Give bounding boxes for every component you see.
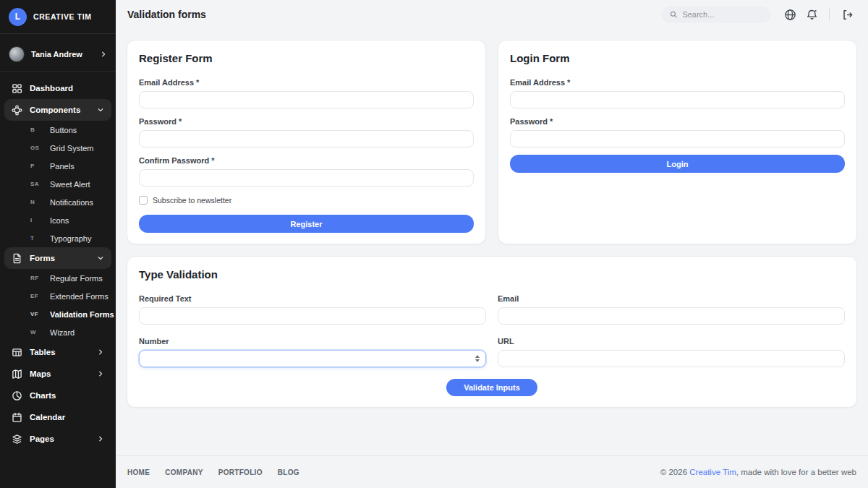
notifications-button[interactable] (802, 5, 821, 24)
sidebar-subitem-label: Validation Forms (50, 310, 114, 319)
sidebar-subitem-label: Panels (50, 162, 75, 171)
number-input[interactable] (139, 350, 486, 367)
dashboard-icon (12, 83, 22, 94)
sidebar-subitem-label: Regular Forms (50, 274, 103, 283)
page-title: Validation forms (127, 9, 206, 20)
email-field-group: Email (498, 294, 845, 325)
sidebar-subitem-buttons[interactable]: B Buttons (0, 121, 116, 139)
number-stepper[interactable] (475, 355, 480, 362)
register-email-input[interactable] (139, 91, 474, 108)
type-validation-grid: Required Text Email Number (139, 294, 845, 367)
maps-icon (12, 369, 22, 380)
register-password-input[interactable] (139, 130, 474, 147)
sidebar-item-forms[interactable]: Forms (4, 247, 111, 269)
chevron-right-icon (97, 348, 104, 356)
confirm-password-field-group: Confirm Password * (139, 156, 474, 187)
validate-inputs-button[interactable]: Validate Inputs (446, 379, 537, 396)
login-form-card: Login Form Email Address * Password * Lo… (498, 40, 857, 244)
sidebar-subitem-label: Typography (50, 234, 91, 243)
newsletter-row: Subscribe to newsletter (139, 196, 474, 205)
login-email-input[interactable] (510, 91, 845, 108)
globe-icon (784, 9, 796, 21)
login-button[interactable]: Login (510, 155, 845, 173)
url-label: URL (498, 337, 845, 346)
sidebar-item-calendar[interactable]: Calendar (4, 406, 111, 428)
sidebar-item-label: Components (30, 106, 80, 114)
main-area: Validation forms (116, 0, 868, 488)
sidebar-item-components[interactable]: Components (4, 99, 111, 121)
sidebar-item-label: Dashboard (30, 84, 73, 93)
search-input[interactable] (682, 10, 762, 19)
sidebar-subitem-validation-forms[interactable]: VF Validation Forms (0, 305, 116, 323)
sidebar: L CREATIVE TIM Tania Andrew Dashboard C (0, 0, 116, 488)
sidebar-item-charts[interactable]: Charts (4, 385, 111, 406)
sidebar-subitem-wizard[interactable]: W Wizard (0, 323, 116, 341)
type-validation-card: Type Validation Required Text Email Numb… (127, 256, 857, 408)
language-button[interactable] (780, 5, 799, 24)
forms-icon (12, 253, 22, 264)
footer-link-home[interactable]: HOME (127, 468, 150, 476)
number-label: Number (139, 337, 486, 346)
components-icon (12, 105, 22, 116)
sidebar-subitem-label: Notifications (50, 198, 93, 207)
sidebar-item-maps[interactable]: Maps (4, 363, 111, 385)
sidebar-subitem-regular-forms[interactable]: RF Regular Forms (0, 269, 116, 287)
register-confirm-password-input[interactable] (139, 169, 474, 187)
logout-button[interactable] (838, 5, 856, 24)
newsletter-checkbox[interactable] (139, 196, 148, 205)
tables-icon (12, 347, 22, 358)
avatar (9, 46, 25, 62)
email-label: Email (498, 294, 845, 303)
password-field-group: Password * (510, 117, 845, 147)
stepper-down-icon (475, 359, 480, 362)
sidebar-subitem-grid-system[interactable]: GS Grid System (0, 139, 116, 157)
chevron-down-icon (97, 106, 104, 114)
user-name: Tania Andrew (31, 50, 82, 59)
card-title: Register Form (139, 52, 474, 64)
url-input[interactable] (498, 350, 845, 367)
card-title: Login Form (510, 52, 845, 64)
stepper-up-icon (475, 355, 480, 358)
sidebar-subitem-label: Extended Forms (50, 292, 109, 301)
content: Register Form Email Address * Password *… (116, 29, 868, 408)
email-field-group: Email Address * (139, 78, 474, 108)
calendar-icon (12, 412, 22, 423)
copyright-link[interactable]: Creative Tim (689, 468, 736, 476)
email-type-input[interactable] (498, 307, 845, 325)
footer-link-portfolio[interactable]: PORTFOLIO (218, 468, 263, 476)
sidebar-subitem-panels[interactable]: P Panels (0, 157, 116, 175)
sidebar-subitem-label: Wizard (50, 328, 75, 337)
sidebar-item-label: Forms (30, 254, 55, 262)
register-form-card: Register Form Email Address * Password *… (127, 40, 486, 244)
user-menu[interactable]: Tania Andrew (0, 37, 116, 72)
login-password-input[interactable] (510, 130, 845, 147)
forms-row: Register Form Email Address * Password *… (127, 40, 857, 244)
sidebar-item-label: Tables (30, 348, 56, 356)
sidebar-subitem-icons[interactable]: I Icons (0, 211, 116, 229)
search-icon (670, 10, 677, 19)
bell-icon (806, 9, 818, 21)
sidebar-item-dashboard[interactable]: Dashboard (4, 77, 111, 99)
sidebar-subitem-notifications[interactable]: N Notifications (0, 193, 116, 211)
footer-link-company[interactable]: COMPANY (165, 468, 203, 476)
brand[interactable]: L CREATIVE TIM (0, 0, 116, 34)
copyright: © 2026 Creative Tim, made with love for … (660, 468, 856, 476)
sidebar-subitem-typography[interactable]: T Typography (0, 229, 116, 247)
register-button[interactable]: Register (139, 215, 474, 233)
sidebar-subitem-label: Grid System (50, 144, 94, 153)
footer-links: HOME COMPANY PORTFOLIO BLOG (127, 468, 299, 476)
sidebar-item-tables[interactable]: Tables (4, 341, 111, 363)
sidebar-subitem-extended-forms[interactable]: EF Extended Forms (0, 287, 116, 305)
confirm-password-label: Confirm Password * (139, 156, 474, 165)
email-label: Email Address * (139, 78, 474, 87)
sidebar-subitem-sweet-alert[interactable]: SA Sweet Alert (0, 175, 116, 193)
divider (829, 8, 830, 21)
sidebar-item-label: Maps (30, 369, 51, 378)
required-text-input[interactable] (139, 307, 486, 325)
number-input-wrap (139, 350, 486, 367)
footer-link-blog[interactable]: BLOG (278, 468, 299, 476)
chevron-right-icon (97, 370, 104, 377)
required-text-label: Required Text (139, 294, 486, 303)
chevron-down-icon (97, 254, 104, 262)
sidebar-item-pages[interactable]: Pages (4, 428, 111, 450)
